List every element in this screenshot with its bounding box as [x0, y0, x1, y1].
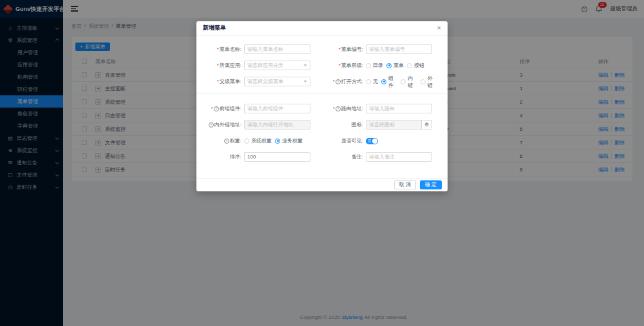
required-mark: *	[339, 62, 341, 68]
radio-weight-system[interactable]: 系统权重	[244, 137, 272, 144]
inner-link-input	[244, 120, 310, 129]
help-icon: ?	[209, 122, 214, 128]
menu-level-radio-group: 目录 菜单 按钮	[366, 62, 440, 69]
add-menu-modal: 新增菜单 × *菜单名称: *菜单编号: *所属应用: 请选择应用分类 *菜单层…	[196, 21, 448, 191]
help-icon: ?	[336, 106, 341, 111]
required-mark: *	[217, 46, 219, 52]
help-icon: ?	[224, 139, 229, 144]
radio-level-button[interactable]: 按钮	[407, 62, 424, 69]
icon-input	[366, 120, 422, 129]
required-mark: *	[217, 79, 219, 84]
weight-radio-group: 系统权重 业务权重	[244, 137, 318, 144]
open-type-radio-group: 无 组件 内链 外链	[366, 75, 440, 89]
radio-level-menu[interactable]: 菜单	[386, 62, 404, 69]
menu-name-input[interactable]	[244, 44, 310, 54]
visible-toggle[interactable]: 是	[366, 138, 378, 144]
required-mark: *	[211, 106, 213, 111]
required-mark: *	[333, 79, 335, 84]
radio-open-innerlink[interactable]: 内链	[401, 75, 417, 89]
required-mark: *	[217, 62, 219, 68]
radio-open-external[interactable]: 外链	[421, 75, 437, 89]
radio-open-none[interactable]: 无	[366, 78, 378, 85]
gear-icon: ⚙	[424, 122, 429, 128]
radio-level-dir[interactable]: 目录	[366, 62, 383, 69]
icon-picker-button[interactable]: ⚙	[422, 120, 432, 129]
parent-menu-select[interactable]: 请选择父级菜单	[244, 77, 310, 86]
section-divider	[196, 93, 448, 93]
close-icon[interactable]: ×	[437, 24, 441, 32]
cancel-button[interactable]: 取 消	[394, 180, 416, 189]
remark-input[interactable]	[366, 152, 432, 162]
component-input[interactable]	[244, 104, 310, 113]
help-icon: ?	[336, 79, 341, 84]
required-mark: *	[339, 46, 341, 52]
help-icon: ?	[214, 106, 219, 111]
route-input[interactable]	[366, 104, 432, 113]
modal-title: 新增菜单	[203, 24, 226, 32]
app-select[interactable]: 请选择应用分类	[244, 61, 310, 70]
sort-input[interactable]	[244, 152, 310, 162]
radio-weight-business[interactable]: 业务权重	[275, 137, 303, 144]
radio-open-component[interactable]: 组件	[381, 75, 397, 89]
required-mark: *	[333, 106, 335, 111]
confirm-button[interactable]: 确 定	[420, 180, 442, 189]
menu-code-input[interactable]	[366, 44, 432, 54]
